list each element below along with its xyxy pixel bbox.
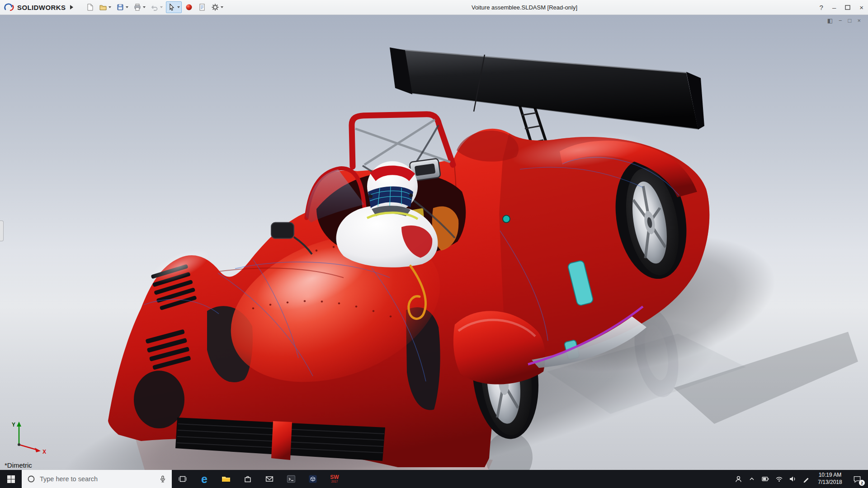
save-caret-icon[interactable] <box>126 6 128 8</box>
system-tray: 10:19 AM 7/13/2018 2 <box>732 470 868 488</box>
rebuild-button[interactable] <box>183 1 195 13</box>
maximize-button[interactable] <box>845 4 850 11</box>
start-icon <box>7 475 15 483</box>
feature-manager-collapsed-tab[interactable] <box>0 221 4 241</box>
store-icon <box>243 474 253 484</box>
brand-name: SOLIDWORKS <box>17 4 66 11</box>
y-axis-arrow-icon <box>17 422 21 427</box>
cortana-circle-icon <box>27 475 35 483</box>
volume-icon <box>789 476 797 482</box>
solidworks-brand: SOLIDWORKS <box>0 3 78 12</box>
options-gear-icon <box>211 3 219 11</box>
doc-close-button[interactable]: × <box>857 18 861 23</box>
microphone-icon[interactable] <box>159 475 166 483</box>
document-window-controls: ◧ − □ × <box>827 18 861 23</box>
rebuild-sphere-icon <box>185 3 193 11</box>
select-cursor-icon <box>168 3 176 11</box>
edge-icon: e <box>201 473 208 486</box>
save-button[interactable] <box>114 1 130 13</box>
mail-button[interactable] <box>259 470 280 488</box>
x-axis-arrow-icon <box>35 448 41 452</box>
window-controls: ? – × <box>820 0 863 15</box>
action-center-button[interactable]: 2 <box>848 470 866 488</box>
open-button[interactable] <box>97 1 113 13</box>
close-button[interactable]: × <box>859 4 863 11</box>
store-button[interactable] <box>237 470 259 488</box>
console-button[interactable] <box>280 470 302 488</box>
open-caret-icon[interactable] <box>108 6 111 8</box>
mail-icon <box>264 474 274 484</box>
triad-x-label: X <box>42 449 46 455</box>
doc-restore-button[interactable]: □ <box>848 18 852 23</box>
select-caret-icon[interactable] <box>177 6 180 8</box>
doc-minimize-button[interactable]: − <box>839 18 842 23</box>
select-button[interactable] <box>166 1 182 13</box>
new-document-icon <box>86 3 94 11</box>
hidden-icons-chevron-icon <box>749 476 755 482</box>
taskbar-search[interactable] <box>22 470 172 488</box>
doc-pane-icon[interactable]: ◧ <box>827 18 833 23</box>
clock-date: 7/13/2018 <box>814 479 846 486</box>
notification-badge: 2 <box>859 480 865 486</box>
help-button[interactable]: ? <box>820 4 823 11</box>
task-view-icon <box>178 474 188 484</box>
file-properties-button[interactable] <box>196 1 208 13</box>
network-icon <box>775 476 783 482</box>
side-mirror <box>271 223 294 239</box>
print-caret-icon[interactable] <box>143 6 146 8</box>
people-icon <box>735 475 742 483</box>
minimize-button[interactable]: – <box>832 4 836 11</box>
save-icon <box>116 3 124 11</box>
new-document-button[interactable] <box>84 1 96 13</box>
quick-access-toolbar <box>84 1 225 13</box>
undo-button[interactable] <box>149 1 165 13</box>
undo-icon <box>151 3 159 11</box>
file-properties-icon <box>198 3 206 11</box>
people-button[interactable] <box>732 470 744 488</box>
hidden-icons-button[interactable] <box>746 470 758 488</box>
console-icon <box>286 474 297 484</box>
file-explorer-button[interactable] <box>215 470 237 488</box>
model-canvas[interactable] <box>0 15 868 470</box>
pen-icon <box>803 476 810 483</box>
battery-icon <box>762 476 769 482</box>
battery-button[interactable] <box>760 470 771 488</box>
search-input[interactable] <box>40 475 155 483</box>
solidworks-2017-icon: SW 2017 <box>330 474 339 483</box>
left-wheel-shadow <box>134 371 184 428</box>
edge-button[interactable]: e <box>193 470 215 488</box>
titlebar: SOLIDWORKS <box>0 0 868 15</box>
solidworks-2017-button[interactable]: SW 2017 <box>324 470 345 488</box>
triad-y-label: Y <box>12 422 15 428</box>
open-icon <box>99 3 107 11</box>
orientation-triad: Y X <box>8 419 52 455</box>
graphics-viewport[interactable]: ◧ − □ × Y X *Dimetric <box>0 15 868 470</box>
network-button[interactable] <box>773 470 785 488</box>
windows-taskbar: e SW 2017 <box>0 470 868 488</box>
view-orientation-label: *Dimetric <box>5 461 32 469</box>
cad-tools-icon <box>307 474 318 484</box>
body-sensor-dot <box>503 216 510 223</box>
options-caret-icon[interactable] <box>221 6 223 8</box>
taskbar-clock[interactable]: 10:19 AM 7/13/2018 <box>814 472 846 486</box>
window-title: Voiture assemblee.SLDASM [Read-only] <box>344 4 705 11</box>
clock-time: 10:19 AM <box>814 472 846 479</box>
menu-flyout-arrow-icon[interactable] <box>70 5 73 9</box>
cad-tools-button[interactable] <box>302 470 324 488</box>
volume-button[interactable] <box>787 470 798 488</box>
file-explorer-icon <box>221 474 231 484</box>
3ds-logo-icon <box>4 3 14 12</box>
start-button[interactable] <box>0 470 22 488</box>
print-button[interactable] <box>132 1 147 13</box>
print-icon <box>133 3 142 11</box>
task-view-button[interactable] <box>172 470 193 488</box>
undo-caret-icon[interactable] <box>160 6 163 8</box>
maximize-icon <box>845 5 850 10</box>
pen-button[interactable] <box>800 470 812 488</box>
options-button[interactable] <box>209 1 225 13</box>
